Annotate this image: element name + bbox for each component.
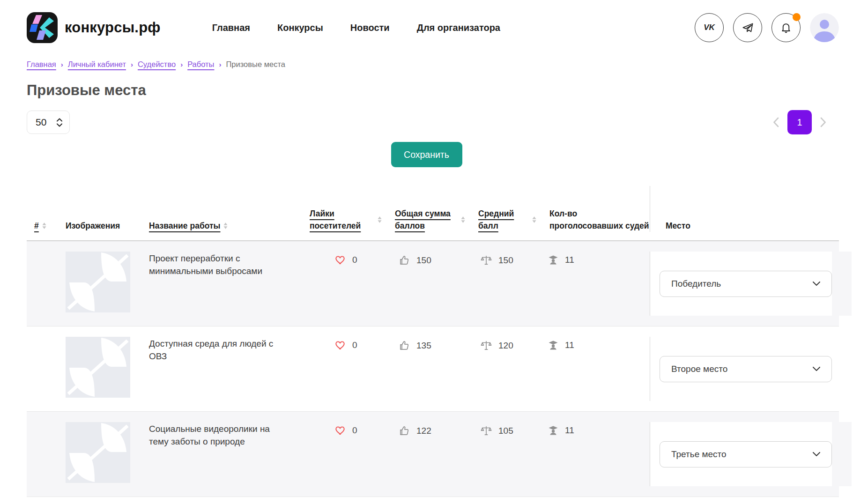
place-select-value: Победитель bbox=[671, 279, 721, 289]
image-placeholder-icon bbox=[66, 337, 130, 398]
likes-stat: 0 bbox=[297, 340, 382, 351]
place-cell: Победитель bbox=[650, 252, 832, 316]
avatar-icon bbox=[810, 13, 839, 42]
pagination: 1 bbox=[773, 110, 826, 134]
pagination-prev-button[interactable] bbox=[773, 117, 779, 127]
work-title: Проект переработки с минимальными выброс… bbox=[134, 252, 297, 316]
per-page-select[interactable]: 50 bbox=[27, 111, 70, 134]
place-select[interactable]: Второе место bbox=[660, 356, 832, 382]
likes-value: 0 bbox=[352, 425, 357, 436]
chevron-down-icon bbox=[813, 282, 820, 286]
column-header-likes[interactable]: Лайки посетителей bbox=[297, 208, 382, 232]
column-header-images: Изображения bbox=[50, 220, 134, 232]
judge-icon bbox=[548, 254, 559, 266]
average-score-value: 120 bbox=[498, 341, 513, 351]
bell-icon bbox=[780, 22, 792, 34]
scales-icon bbox=[480, 425, 492, 437]
table-row: Социальные видеоролики на тему заботы о … bbox=[27, 412, 839, 497]
pagination-page-button[interactable]: 1 bbox=[787, 110, 812, 134]
judge-icon bbox=[548, 340, 559, 351]
nav-link-home[interactable]: Главная bbox=[212, 22, 250, 33]
judges-value: 11 bbox=[565, 340, 574, 350]
likes-value: 0 bbox=[352, 255, 357, 265]
average-score-value: 150 bbox=[498, 255, 513, 266]
chevron-down-icon bbox=[813, 367, 820, 371]
place-select[interactable]: Третье место bbox=[660, 441, 832, 467]
judges-stat: 11 bbox=[536, 254, 650, 266]
average-score-stat: 105 bbox=[465, 425, 536, 437]
thumbs-up-icon bbox=[399, 425, 410, 437]
total-score-value: 135 bbox=[416, 341, 431, 351]
breadcrumb-separator: › bbox=[61, 60, 63, 68]
heart-icon bbox=[335, 254, 346, 266]
heart-icon bbox=[335, 425, 346, 436]
work-image[interactable] bbox=[50, 337, 134, 401]
judges-value: 11 bbox=[565, 255, 574, 265]
telegram-button[interactable] bbox=[733, 13, 762, 42]
table-row: Проект переработки с минимальными выброс… bbox=[27, 241, 839, 326]
sort-icon bbox=[378, 216, 382, 223]
place-select-value: Второе место bbox=[671, 364, 727, 374]
scales-icon bbox=[480, 340, 492, 352]
column-header-work-title[interactable]: Название работы bbox=[134, 220, 297, 232]
column-header-place: Место bbox=[650, 186, 839, 232]
per-page-value: 50 bbox=[36, 117, 46, 128]
vk-button[interactable]: VK bbox=[695, 13, 724, 42]
breadcrumb-link-judging[interactable]: Судейство bbox=[138, 60, 176, 69]
place-cell: Третье место bbox=[650, 422, 832, 486]
chevron-right-icon bbox=[820, 117, 826, 127]
breadcrumb-link-works[interactable]: Работы bbox=[187, 60, 214, 69]
total-score-stat: 150 bbox=[382, 254, 465, 266]
table-row bbox=[27, 497, 839, 504]
breadcrumb-separator: › bbox=[219, 60, 221, 68]
place-select-value: Третье место bbox=[671, 449, 727, 460]
thumbs-up-icon bbox=[399, 340, 410, 351]
chevron-down-icon bbox=[813, 452, 820, 457]
vk-icon: VK bbox=[704, 23, 715, 32]
header: конкурсы.рф Главная Конкурсы Новости Для… bbox=[0, 0, 853, 45]
image-placeholder-icon bbox=[66, 252, 130, 312]
work-image[interactable] bbox=[50, 422, 134, 486]
notifications-button[interactable] bbox=[771, 13, 801, 42]
column-header-judges-count: Кол-во проголосовавших судей bbox=[536, 208, 650, 232]
average-score-value: 105 bbox=[498, 426, 513, 436]
pagination-next-button[interactable] bbox=[820, 117, 826, 127]
breadcrumb-separator: › bbox=[131, 60, 133, 68]
breadcrumb-current: Призовые места bbox=[226, 60, 285, 69]
heart-icon bbox=[335, 340, 346, 351]
image-placeholder-icon bbox=[66, 422, 130, 483]
chevron-left-icon bbox=[773, 117, 779, 127]
work-image[interactable] bbox=[50, 252, 134, 316]
row-number-cell bbox=[27, 252, 50, 316]
logo[interactable]: конкурсы.рф bbox=[27, 12, 161, 43]
nav-link-for-organizer[interactable]: Для организатора bbox=[417, 22, 500, 33]
table-row: Доступная среда для людей с ОВЗ 0 135 12… bbox=[27, 326, 839, 412]
work-title: Доступная среда для людей с ОВЗ bbox=[134, 337, 297, 401]
logo-icon bbox=[27, 12, 58, 43]
notification-dot bbox=[793, 13, 801, 21]
brand-name: конкурсы.рф bbox=[65, 19, 161, 36]
judges-stat: 11 bbox=[536, 340, 650, 351]
sort-icon bbox=[223, 222, 228, 229]
column-header-total-score[interactable]: Общая сумма баллов bbox=[382, 208, 465, 232]
breadcrumb-link-home[interactable]: Главная bbox=[27, 60, 56, 69]
header-icons: VK bbox=[695, 13, 839, 42]
average-score-stat: 120 bbox=[465, 340, 536, 352]
place-select[interactable]: Победитель bbox=[660, 271, 832, 297]
breadcrumb-link-account[interactable]: Личный кабинет bbox=[68, 60, 126, 69]
work-title: Социальные видеоролики на тему заботы о … bbox=[134, 422, 297, 486]
column-header-number[interactable]: # bbox=[27, 220, 50, 232]
scales-icon bbox=[480, 254, 492, 267]
avatar[interactable] bbox=[810, 13, 839, 42]
telegram-icon bbox=[742, 22, 754, 34]
breadcrumb-separator: › bbox=[180, 60, 183, 68]
column-header-average-score[interactable]: Средний балл bbox=[465, 208, 536, 232]
nav-link-news[interactable]: Новости bbox=[350, 22, 390, 33]
table-header: # Изображения Название работы Лайки посе… bbox=[27, 186, 839, 241]
likes-value: 0 bbox=[352, 340, 357, 350]
breadcrumb: Главная › Личный кабинет › Судейство › Р… bbox=[27, 60, 826, 69]
thumbs-up-icon bbox=[399, 254, 410, 266]
main-nav: Главная Конкурсы Новости Для организатор… bbox=[212, 22, 500, 33]
save-button[interactable]: Сохранить bbox=[391, 142, 462, 167]
nav-link-contests[interactable]: Конкурсы bbox=[277, 22, 323, 33]
